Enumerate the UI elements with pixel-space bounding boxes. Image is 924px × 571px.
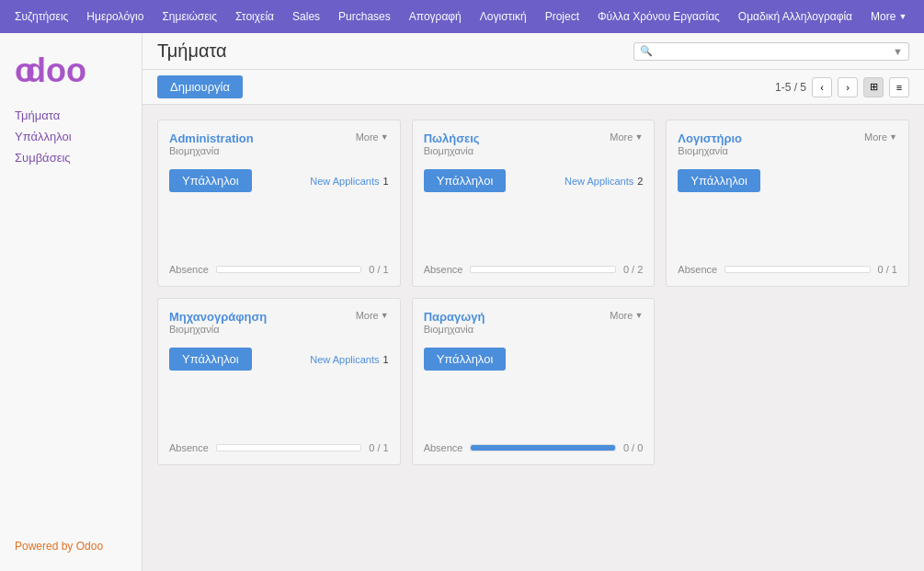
new-applicants: New Applicants 1 [310, 354, 388, 365]
card-header: Μηχανογράφηση Βιομηχανία More ▼ [169, 310, 389, 344]
new-applicants: New Applicants 2 [565, 176, 643, 187]
next-page-button[interactable]: › [838, 77, 858, 97]
card-body [169, 380, 389, 435]
chevron-down-icon: ▼ [898, 12, 907, 21]
card-actions: Υπάλληλοι New Applicants 1 [169, 348, 389, 371]
sidebar-item-departments[interactable]: Τμήματα [0, 105, 142, 126]
absence-count: 0 / 0 [623, 442, 643, 453]
absence-count: 0 / 1 [878, 264, 897, 275]
more-menu-button[interactable]: More ▼ [610, 310, 643, 321]
absence-progress-bar [470, 444, 615, 451]
more-menu-button[interactable]: More ▼ [356, 131, 389, 143]
card-footer: Absence 0 / 1 [678, 264, 897, 275]
new-applicants-label: New Applicants [565, 176, 633, 187]
nav-more[interactable]: More ▼ [863, 0, 914, 33]
chevron-down-icon: ▼ [889, 132, 897, 142]
card-actions: Υπάλληλοι New Applicants 1 [169, 169, 389, 192]
nav-contacts[interactable]: Στοιχεία [228, 0, 281, 33]
dept-title[interactable]: Πωλήσεις [424, 131, 480, 145]
card-header: Πωλήσεις Βιομηχανία More ▼ [424, 131, 644, 166]
employees-button[interactable]: Υπάλληλοι [424, 169, 507, 192]
search-icon: 🔍 [640, 45, 653, 57]
card-actions: Υπάλληλοι [678, 169, 897, 192]
nav-accounting[interactable]: Λογιστική [473, 0, 534, 33]
nav-inventory[interactable]: Απογραφή [402, 0, 469, 33]
toolbar: Δημιουργία 1-5 / 5 ‹ › ⊞ ≡ [143, 70, 924, 105]
card-actions: Υπάλληλοι [424, 348, 644, 371]
more-menu-button[interactable]: More ▼ [864, 131, 897, 143]
chevron-down-icon: ▼ [634, 311, 643, 320]
nav-discussions[interactable]: Συζητήσεις [7, 0, 75, 33]
nav-purchases[interactable]: Purchases [331, 0, 398, 33]
absence-progress-bar [470, 266, 615, 273]
new-applicants-label: New Applicants [310, 354, 379, 365]
card-body [169, 201, 389, 257]
new-applicants: New Applicants 1 [310, 176, 388, 187]
card-body [424, 380, 644, 435]
chevron-down-icon: ▼ [381, 311, 389, 320]
absence-label: Absence [424, 442, 463, 453]
employees-button[interactable]: Υπάλληλοι [169, 348, 252, 371]
dept-title[interactable]: Λογιστήριο [678, 131, 742, 145]
create-button[interactable]: Δημιουργία [157, 75, 243, 98]
employees-button[interactable]: Υπάλληλοι [678, 169, 760, 192]
dept-subtitle: Βιομηχανία [678, 145, 742, 156]
dept-title[interactable]: Μηχανογράφηση [169, 310, 267, 324]
search-dropdown-icon[interactable]: ▼ [893, 46, 903, 57]
card-actions: Υπάλληλοι New Applicants 2 [424, 169, 644, 192]
search-input[interactable] [653, 45, 893, 58]
absence-count: 0 / 1 [369, 264, 388, 275]
powered-by-footer: Powered by Odoo [0, 532, 142, 560]
top-navigation: Συζητήσεις Ημερολόγιο Σημειώσεις Στοιχεί… [0, 0, 924, 33]
logo: odoo [0, 44, 142, 105]
applicants-count: 2 [637, 176, 643, 187]
absence-progress-bar [216, 266, 361, 273]
applicants-count: 1 [383, 354, 389, 365]
nav-sales[interactable]: Sales [285, 0, 327, 33]
nav-notes[interactable]: Σημειώσεις [154, 0, 224, 33]
nav-mass-mailing[interactable]: Ομαδική Αλληλογραφία [731, 0, 860, 33]
absence-progress-bar [216, 444, 361, 451]
card-footer: Absence 0 / 1 [169, 264, 389, 275]
absence-label: Absence [678, 264, 717, 275]
nav-project[interactable]: Project [538, 0, 587, 33]
card-header: Administration Βιομηχανία More ▼ [169, 131, 389, 166]
sidebar-item-employees[interactable]: Υπάλληλοι [0, 126, 142, 147]
list-view-button[interactable]: ≡ [889, 77, 909, 97]
kanban-view-button[interactable]: ⊞ [863, 77, 884, 97]
absence-label: Absence [169, 442, 209, 453]
card-body [678, 201, 897, 257]
search-box[interactable]: 🔍 ▼ [633, 42, 909, 61]
card-footer: Absence 0 / 1 [169, 442, 389, 453]
absence-progress-fill [471, 445, 614, 451]
department-card-sales: Πωλήσεις Βιομηχανία More ▼ Υπάλληλοι New… [412, 120, 656, 287]
absence-label: Absence [424, 264, 463, 275]
card-footer: Absence 0 / 2 [424, 264, 644, 275]
employees-button[interactable]: Υπάλληλοι [424, 348, 507, 371]
dept-title[interactable]: Administration [169, 131, 254, 145]
card-body [424, 201, 644, 257]
dept-title[interactable]: Παραγωγή [424, 310, 485, 324]
card-header: Παραγωγή Βιομηχανία More ▼ [424, 310, 644, 344]
dept-subtitle: Βιομηχανία [424, 145, 480, 156]
nav-timesheets[interactable]: Φύλλα Χρόνου Εργασίας [590, 0, 727, 33]
dept-subtitle: Βιομηχανία [169, 324, 267, 335]
nav-calendar[interactable]: Ημερολόγιο [79, 0, 151, 33]
content-header: Τμήματα 🔍 ▼ [143, 33, 924, 70]
employees-button[interactable]: Υπάλληλοι [169, 169, 252, 192]
department-card-production: Παραγωγή Βιομηχανία More ▼ Υπάλληλοι Abs… [412, 298, 656, 465]
absence-progress-bar [724, 266, 870, 273]
sidebar-item-contracts[interactable]: Συμβάσεις [0, 147, 142, 168]
pagination-info: 1-5 / 5 [775, 81, 806, 94]
more-menu-button[interactable]: More ▼ [610, 131, 643, 143]
dept-subtitle: Βιομηχανία [424, 324, 485, 335]
prev-page-button[interactable]: ‹ [812, 77, 832, 97]
applicants-count: 1 [383, 176, 389, 187]
more-menu-button[interactable]: More ▼ [356, 310, 389, 321]
absence-count: 0 / 2 [623, 264, 643, 275]
card-header: Λογιστήριο Βιομηχανία More ▼ [678, 131, 897, 166]
new-applicants-label: New Applicants [310, 176, 379, 187]
department-card-accounting: Λογιστήριο Βιομηχανία More ▼ Υπάλληλοι A… [666, 120, 909, 287]
main-content: Τμήματα 🔍 ▼ Δημιουργία 1-5 / 5 ‹ › ⊞ ≡ [143, 33, 924, 571]
page-title: Τμήματα [157, 40, 622, 62]
